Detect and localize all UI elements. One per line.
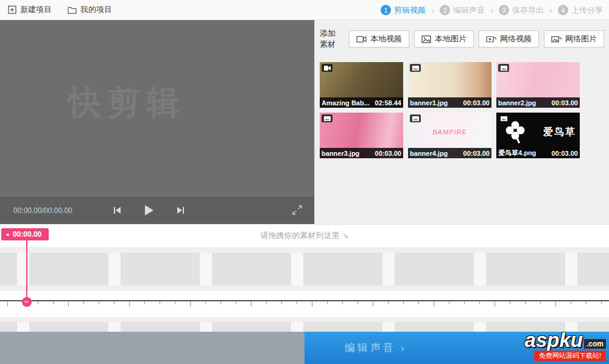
image-type-icon xyxy=(498,64,509,72)
audio-track[interactable] xyxy=(0,317,609,332)
chevron-right-icon xyxy=(490,5,493,15)
site-watermark: aspku .com 免费网站源码下载站! xyxy=(525,332,606,361)
bottom-bar: 编辑声音 xyxy=(0,332,609,364)
material-item-banner2[interactable]: banner2.jpg 00:03.00 xyxy=(496,62,580,108)
material-label-bar: banner2.jpg 00:03.00 xyxy=(496,97,580,108)
image-type-icon xyxy=(322,114,333,122)
skip-start-icon[interactable] xyxy=(113,206,121,214)
material-item-banner3[interactable]: banner3.jpg 00:03.00 xyxy=(320,113,403,158)
materials-grid: Amazing Bab... 02:58.44 banner1.jpg 00:0… xyxy=(320,62,609,158)
video-type-icon xyxy=(322,64,333,72)
local-video-label: 本地视频 xyxy=(370,33,402,44)
web-image-button[interactable]: 网络图片 xyxy=(544,30,604,47)
skip-end-icon[interactable] xyxy=(177,206,185,214)
web-image-label: 网络图片 xyxy=(565,33,597,44)
my-projects-label: 我的项目 xyxy=(80,4,112,15)
step-edit-video[interactable]: 1 剪辑视频 xyxy=(381,5,426,16)
step-label: 编辑声音 xyxy=(453,5,485,16)
image-type-icon xyxy=(498,114,509,122)
web-image-icon xyxy=(551,35,561,43)
playhead-line[interactable] xyxy=(26,239,27,300)
timecode: 00:00.00/00:00.00 xyxy=(13,206,72,215)
local-video-button[interactable]: 本地视频 xyxy=(349,30,409,47)
timeline: 请拖拽你的素材到这里↘ 00:00.00 xyxy=(0,224,609,332)
scissors-icon[interactable] xyxy=(22,297,32,307)
arrow-down-right-icon: ↘ xyxy=(342,231,349,240)
transport-buttons xyxy=(113,197,185,224)
play-icon[interactable] xyxy=(144,205,153,215)
material-name: banner1.jpg xyxy=(410,99,448,107)
image-type-icon xyxy=(410,114,421,122)
local-image-label: 本地图片 xyxy=(435,33,466,44)
video-preview: 快剪辑 00:00.00/00:00.00 xyxy=(0,20,314,224)
step-number: 2 xyxy=(440,5,450,15)
material-name: banner4.jpg xyxy=(410,150,448,157)
web-video-button[interactable]: 网络视频 xyxy=(479,30,539,47)
top-toolbar: 新建项目 我的项目 1 剪辑视频 2 编辑声音 3 保存导出 4 上传分享 xyxy=(0,0,609,20)
step-edit-audio[interactable]: 2 编辑声音 xyxy=(440,5,485,16)
local-video-icon xyxy=(356,35,367,43)
web-video-label: 网络视频 xyxy=(500,33,532,44)
fullscreen-icon[interactable] xyxy=(292,205,302,215)
step-label: 保存导出 xyxy=(512,5,544,16)
material-label-bar: Amazing Bab... 02:58.44 xyxy=(320,97,403,108)
thumbnail-overlay-text: BAMPIRE xyxy=(408,128,491,136)
next-step-label: 编辑声音 xyxy=(345,341,396,355)
material-duration: 00:03.00 xyxy=(463,99,490,107)
step-label: 剪辑视频 xyxy=(394,5,426,16)
new-project-button[interactable]: 新建项目 xyxy=(0,0,60,19)
drop-hint-text: 请拖拽你的素材到这里 xyxy=(261,231,340,240)
step-label: 上传分享 xyxy=(571,5,603,16)
step-save-export[interactable]: 3 保存导出 xyxy=(499,5,544,16)
video-track[interactable] xyxy=(0,247,609,291)
drop-hint: 请拖拽你的素材到这里↘ xyxy=(0,230,609,241)
new-project-label: 新建项目 xyxy=(20,4,52,15)
material-item-clover[interactable]: 爱鸟草 爱鸟草4.png 00:03.00 xyxy=(496,113,580,158)
site-tld: .com xyxy=(584,339,606,349)
material-item-banner1[interactable]: banner1.jpg 00:03.00 xyxy=(408,62,491,108)
chevron-right-icon xyxy=(401,342,404,354)
thumbnail-overlay-text: 爱鸟草 xyxy=(543,126,576,139)
material-duration: 02:58.44 xyxy=(375,99,401,107)
my-projects-button[interactable]: 我的项目 xyxy=(60,0,120,19)
material-item-banner4[interactable]: BAMPIRE banner4.jpg 00:03.00 xyxy=(408,113,491,158)
film-frames xyxy=(0,322,609,332)
material-item-amazing-video[interactable]: Amazing Bab... 02:58.44 xyxy=(320,62,403,108)
playback-controls: 00:00.00/00:00.00 xyxy=(0,197,314,224)
step-number: 4 xyxy=(558,5,568,15)
preview-watermark: 快剪辑 xyxy=(68,81,185,125)
site-brand: aspku xyxy=(525,332,583,349)
web-video-icon xyxy=(486,35,496,43)
material-name: banner3.jpg xyxy=(322,150,359,157)
material-duration: 00:03.00 xyxy=(552,150,578,157)
add-material-label: 添加素材 xyxy=(320,28,343,50)
step-number: 3 xyxy=(499,5,509,15)
folder-icon xyxy=(68,6,77,14)
material-name: 爱鸟草4.png xyxy=(498,149,536,158)
chevron-right-icon xyxy=(431,5,434,15)
step-number: 1 xyxy=(381,5,391,15)
film-frames xyxy=(0,253,609,285)
image-type-icon xyxy=(410,64,421,72)
materials-panel: 添加素材 本地视频 本地图片 网络视频 网络图片 xyxy=(314,20,609,224)
chevron-right-icon xyxy=(549,5,552,15)
playhead-time-badge[interactable]: 00:00.00 xyxy=(1,228,49,240)
site-brand-line: aspku .com xyxy=(525,332,606,349)
add-material-bar: 添加素材 本地视频 本地图片 网络视频 网络图片 xyxy=(320,28,604,50)
material-label-bar: banner1.jpg 00:03.00 xyxy=(408,97,491,108)
material-label-bar: banner3.jpg 00:03.00 xyxy=(320,148,403,158)
playhead-time: 00:00.00 xyxy=(13,230,41,239)
timeline-ruler[interactable] xyxy=(0,300,609,306)
local-image-icon xyxy=(421,35,431,43)
material-duration: 00:03.00 xyxy=(375,150,401,157)
material-duration: 00:03.00 xyxy=(463,150,490,157)
material-name: Amazing Bab... xyxy=(322,99,370,107)
site-tagline: 免费网站源码下载站! xyxy=(534,351,606,361)
material-duration: 00:03.00 xyxy=(552,99,578,107)
local-image-button[interactable]: 本地图片 xyxy=(414,30,474,47)
material-name: banner2.jpg xyxy=(498,99,536,107)
material-label-bar: 爱鸟草4.png 00:03.00 xyxy=(496,148,580,158)
step-upload-share[interactable]: 4 上传分享 xyxy=(558,5,603,16)
workflow-steps: 1 剪辑视频 2 编辑声音 3 保存导出 4 上传分享 xyxy=(381,0,603,20)
new-project-icon xyxy=(8,5,16,14)
